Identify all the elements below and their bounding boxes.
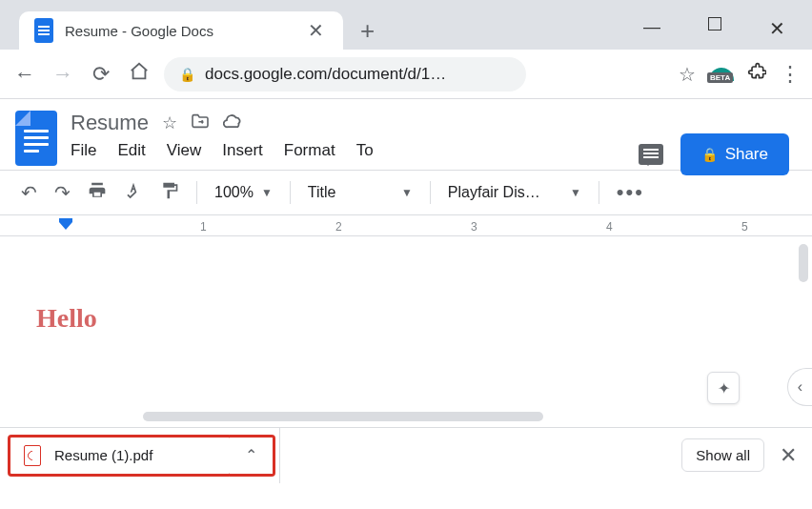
ruler-tick: 3 [471,220,477,234]
chevron-up-icon: ⌃ [245,446,257,464]
pdf-file-icon [24,445,41,466]
separator [430,181,431,204]
zoom-dropdown[interactable]: 100%▼ [214,184,273,201]
vertical-scrollbar[interactable] [799,244,808,282]
docs-app-icon[interactable] [15,111,57,166]
nav-home-button[interactable] [126,61,152,88]
bookmark-star-icon[interactable]: ☆ [679,63,696,86]
horizontal-scrollbar[interactable] [143,412,543,421]
document-text[interactable]: Hello [36,303,776,334]
ruler-tick: 5 [741,220,748,234]
nav-forward-button[interactable]: → [50,62,76,87]
paint-format-icon[interactable] [160,181,179,205]
share-label: Share [725,145,768,164]
tab-close-icon[interactable]: ✕ [304,19,328,42]
lock-icon: 🔒 [179,67,195,82]
toolbar: ↶ ↷ 100%▼ Title▼ Playfair Dis…▼ ••• [0,170,812,215]
document-page[interactable]: Hello [0,236,812,427]
nav-back-button[interactable]: ← [11,62,38,87]
downloads-bar: Resume (1).pdf ⌃ Show all ✕ [0,427,812,482]
undo-icon[interactable]: ↶ [21,181,37,204]
menu-edit[interactable]: Edit [117,141,145,160]
menu-insert[interactable]: Insert [222,141,263,160]
extension-beta-icon[interactable]: BETA [709,68,734,81]
address-bar: ← → ⟳ 🔒 docs.google.com/document/d/1… ☆ … [0,50,812,99]
separator [196,181,197,204]
document-area: Hello ✦ ‹ [0,236,812,427]
browser-menu-icon[interactable]: ⋮ [780,62,801,87]
redo-icon[interactable]: ↷ [54,181,71,204]
toolbar-more-icon[interactable]: ••• [617,180,644,205]
star-icon[interactable]: ☆ [162,112,177,133]
style-dropdown[interactable]: Title▼ [308,184,413,201]
document-title[interactable]: Resume [71,111,149,135]
menu-file[interactable]: File [71,141,96,160]
window-maximize[interactable] [708,17,721,31]
ruler-tick: 2 [335,220,342,234]
share-button[interactable]: 🔒 Share [680,133,789,175]
browser-tab[interactable]: Resume - Google Docs ✕ [19,11,343,50]
cloud-status-icon[interactable] [223,113,244,133]
ruler-tick: 1 [200,220,207,234]
show-all-downloads-button[interactable]: Show all [681,438,764,472]
font-dropdown[interactable]: Playfair Dis…▼ [448,184,581,201]
extensions-icon[interactable] [747,62,766,86]
move-folder-icon[interactable] [191,113,210,133]
ruler-tick: 4 [606,220,613,234]
print-icon[interactable] [88,181,107,205]
docs-favicon-icon [34,18,53,43]
explore-button[interactable]: ✦ [707,372,740,404]
window-minimize[interactable]: — [643,17,660,40]
tab-title: Resume - Google Docs [65,23,304,39]
indent-marker-icon[interactable] [59,218,72,232]
url-field[interactable]: 🔒 docs.google.com/document/d/1… [164,57,526,92]
nav-reload-button[interactable]: ⟳ [88,62,114,87]
comments-icon[interactable] [639,144,663,165]
download-menu-toggle[interactable]: ⌃ [230,435,275,477]
lock-icon: 🔒 [701,147,718,162]
close-downloads-bar-icon[interactable]: ✕ [780,443,797,468]
window-close[interactable]: ✕ [769,17,785,40]
url-text: docs.google.com/document/d/1… [205,65,446,84]
new-tab-button[interactable]: + [360,16,375,46]
menu-format[interactable]: Format [284,141,335,160]
download-filename: Resume (1).pdf [54,447,216,463]
download-item[interactable]: Resume (1).pdf [8,435,233,477]
separator [279,428,280,483]
menu-tools[interactable]: To [356,141,374,160]
separator [599,181,599,204]
spellcheck-icon[interactable] [124,181,143,205]
menu-view[interactable]: View [167,141,202,160]
separator [290,181,291,204]
ruler[interactable]: 1 2 3 4 5 [0,215,812,236]
